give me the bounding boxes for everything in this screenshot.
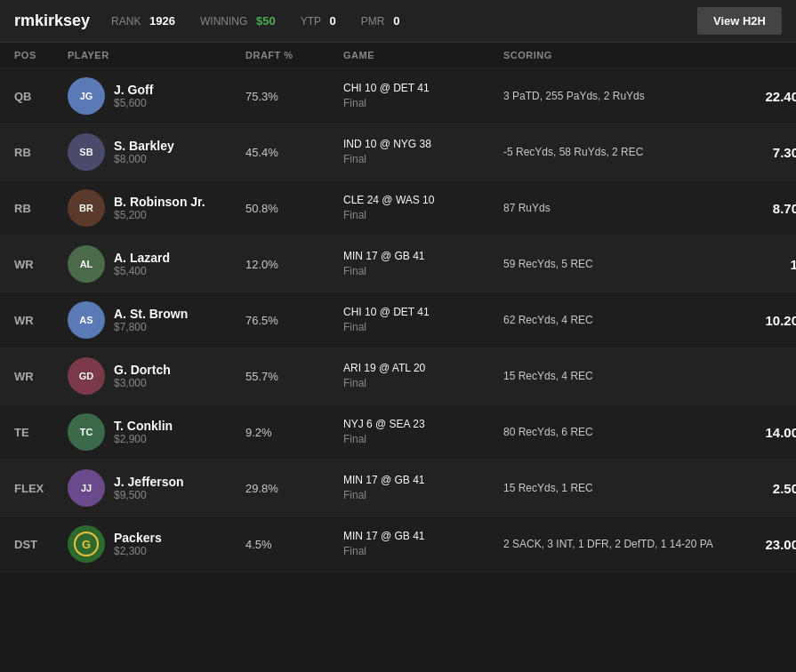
game-score: MIN 17 @ GB 41 xyxy=(343,249,503,264)
game-score: CHI 10 @ DET 41 xyxy=(343,81,503,96)
scoring-cell: 59 RecYds, 5 REC xyxy=(503,258,735,270)
game-status: Final xyxy=(343,432,503,447)
fpts-cell: 5.50 xyxy=(735,369,796,384)
player-list: QB JG J. Goff $5,600 75.3% CHI 10 @ DET … xyxy=(0,68,796,572)
view-h2h-button[interactable]: View H2H xyxy=(697,7,782,35)
player-name: A. St. Brown xyxy=(114,307,188,321)
draft-pct-cell: 29.8% xyxy=(245,482,343,495)
game-cell: ARI 19 @ ATL 20 Final xyxy=(343,361,503,391)
draft-pct-cell: 4.5% xyxy=(245,538,343,551)
player-cell: AL A. Lazard $5,400 xyxy=(68,245,245,283)
fpts-cell: 7.30 ❄️ xyxy=(735,142,796,162)
player-cell: TC T. Conklin $2,900 xyxy=(68,413,245,451)
fpts-value: 2.50 xyxy=(773,481,796,496)
player-name: Packers xyxy=(114,531,162,545)
game-score: CHI 10 @ DET 41 xyxy=(343,305,503,320)
game-score: MIN 17 @ GB 41 xyxy=(343,473,503,488)
draft-pct-cell: 76.5% xyxy=(245,314,343,327)
player-name: T. Conklin xyxy=(114,419,173,433)
player-cell: AS A. St. Brown $7,800 xyxy=(68,301,245,339)
fpts-value: 10.90 xyxy=(790,257,796,272)
fpts-value: 23.00 xyxy=(765,537,796,552)
player-name: J. Jefferson xyxy=(114,475,184,489)
player-info: A. St. Brown $7,800 xyxy=(114,307,188,333)
winning-value: $50 xyxy=(256,14,276,28)
table-row: RB SB S. Barkley $8,000 45.4% IND 10 @ N… xyxy=(0,124,796,180)
player-salary: $2,300 xyxy=(114,545,162,557)
fpts-value: 14.00 xyxy=(765,425,796,440)
username: rmkirksey xyxy=(14,12,90,30)
player-info: A. Lazard $5,400 xyxy=(114,251,170,277)
scoring-cell: 62 RecYds, 4 REC xyxy=(503,314,735,326)
table-row: WR AS A. St. Brown $7,800 76.5% CHI 10 @… xyxy=(0,292,796,348)
position-cell: FLEX xyxy=(14,482,68,495)
game-cell: CHI 10 @ DET 41 Final xyxy=(343,81,503,111)
fpts-cell: 14.00 🔥 xyxy=(735,422,796,442)
player-avatar: JG xyxy=(68,77,105,115)
scoring-cell: 3 PaTD, 255 PaYds, 2 RuYds xyxy=(503,90,735,102)
player-name: G. Dortch xyxy=(114,363,171,377)
position-cell: WR xyxy=(14,370,68,383)
position-cell: WR xyxy=(14,314,68,327)
table-row: FLEX JJ J. Jefferson $9,500 29.8% MIN 17… xyxy=(0,460,796,516)
scoring-cell: 15 RecYds, 4 REC xyxy=(503,370,735,382)
game-cell: MIN 17 @ GB 41 Final xyxy=(343,473,503,503)
game-cell: NYJ 6 @ SEA 23 Final xyxy=(343,417,503,447)
fpts-value: 10.20 xyxy=(765,313,796,328)
col-player: PLAYER xyxy=(68,50,245,60)
player-info: J. Jefferson $9,500 xyxy=(114,475,184,501)
player-salary: $5,200 xyxy=(114,209,205,221)
fpts-cell: 22.40 🔥 xyxy=(735,86,796,106)
player-cell: GD G. Dortch $3,000 xyxy=(68,357,245,395)
position-cell: RB xyxy=(14,202,68,215)
column-headers: POS PLAYER DRAFT % GAME SCORING FPTS xyxy=(0,43,796,68)
col-game: GAME xyxy=(343,50,503,60)
fpts-cell: 23.00 🔥 xyxy=(735,534,796,554)
draft-pct-cell: 50.8% xyxy=(245,202,343,215)
scoring-cell: 80 RecYds, 6 REC xyxy=(503,426,735,438)
fpts-value: 8.70 xyxy=(773,201,796,216)
pmr-label: PMR xyxy=(361,15,385,28)
game-cell: MIN 17 @ GB 41 Final xyxy=(343,529,503,559)
player-avatar: JJ xyxy=(68,469,105,507)
game-cell: MIN 17 @ GB 41 Final xyxy=(343,249,503,279)
table-row: QB JG J. Goff $5,600 75.3% CHI 10 @ DET … xyxy=(0,68,796,124)
fpts-cell: 10.20 ❄️ xyxy=(735,310,796,330)
table-row: WR AL A. Lazard $5,400 12.0% MIN 17 @ GB… xyxy=(0,236,796,292)
player-info: J. Goff $5,600 xyxy=(114,83,153,109)
ytp-value: 0 xyxy=(330,14,336,28)
player-cell: BR B. Robinson Jr. $5,200 xyxy=(68,189,245,227)
draft-pct-cell: 55.7% xyxy=(245,370,343,383)
game-score: IND 10 @ NYG 38 xyxy=(343,137,503,152)
game-score: MIN 17 @ GB 41 xyxy=(343,529,503,544)
pmr-stat: PMR 0 xyxy=(361,14,400,28)
player-avatar: AS xyxy=(68,301,105,339)
player-info: Packers $2,300 xyxy=(114,531,162,557)
table-row: WR GD G. Dortch $3,000 55.7% ARI 19 @ AT… xyxy=(0,348,796,404)
game-status: Final xyxy=(343,320,503,335)
svg-text:G: G xyxy=(82,538,91,551)
game-status: Final xyxy=(343,152,503,167)
col-scoring: SCORING xyxy=(503,50,735,60)
player-avatar: BR xyxy=(68,189,105,227)
draft-pct-cell: 12.0% xyxy=(245,258,343,271)
rank-label: RANK xyxy=(111,15,141,28)
col-fpts: FPTS xyxy=(735,50,796,60)
fpts-cell: 2.50 ❄️ xyxy=(735,478,796,498)
rank-value: 1926 xyxy=(149,14,175,28)
fpts-cell: 8.70 ❄️ xyxy=(735,198,796,218)
player-salary: $8,000 xyxy=(114,153,174,165)
col-pos: POS xyxy=(14,50,68,60)
player-cell: JJ J. Jefferson $9,500 xyxy=(68,469,245,507)
game-status: Final xyxy=(343,544,503,559)
player-avatar: SB xyxy=(68,133,105,171)
game-score: ARI 19 @ ATL 20 xyxy=(343,361,503,376)
game-status: Final xyxy=(343,264,503,279)
game-score: NYJ 6 @ SEA 23 xyxy=(343,417,503,432)
player-cell: SB S. Barkley $8,000 xyxy=(68,133,245,171)
fpts-value: 7.30 xyxy=(773,145,796,160)
scoring-cell: -5 RecYds, 58 RuYds, 2 REC xyxy=(503,146,735,158)
player-name: B. Robinson Jr. xyxy=(114,195,205,209)
player-cell: JG J. Goff $5,600 xyxy=(68,77,245,115)
packers-logo-icon: G xyxy=(74,532,99,556)
